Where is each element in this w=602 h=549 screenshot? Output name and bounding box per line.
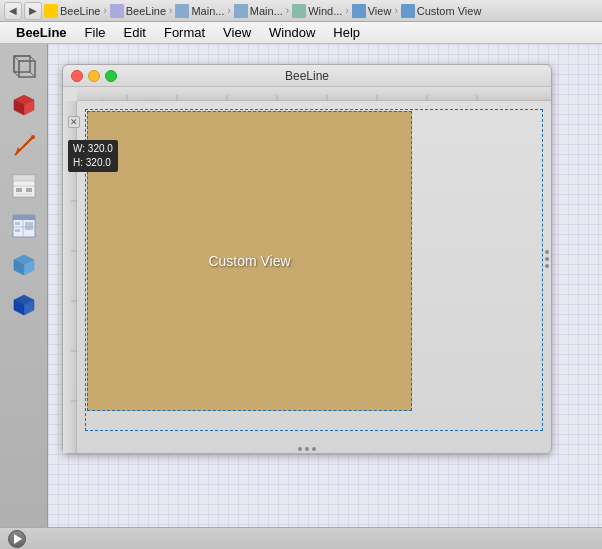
breadcrumb-label-custom: Custom View	[417, 5, 482, 17]
box-3d-tool[interactable]	[6, 88, 42, 124]
bottom-bar	[0, 527, 602, 549]
file-icon-1	[110, 4, 124, 18]
breadcrumb-item-beeline2[interactable]: BeeLine	[110, 4, 166, 18]
window-icon	[292, 4, 306, 18]
breadcrumb-item-custom[interactable]: Custom View	[401, 4, 482, 18]
breadcrumb-sep-3: ›	[227, 5, 230, 16]
svg-rect-24	[13, 215, 35, 220]
play-icon	[14, 534, 22, 544]
breadcrumb-sep-4: ›	[286, 5, 289, 16]
ruler-horizontal	[77, 87, 551, 101]
svg-rect-20	[16, 188, 22, 192]
breadcrumb-sep-6: ›	[394, 5, 397, 16]
menu-format[interactable]: Format	[156, 23, 213, 42]
left-sidebar	[0, 44, 48, 527]
size-badge: W: 320.0 H: 320.0	[68, 140, 118, 172]
layout-tool[interactable]	[6, 208, 42, 244]
canvas-close-button[interactable]: ✕	[68, 116, 80, 128]
custom-view-icon	[401, 4, 415, 18]
breadcrumb-item-main1[interactable]: Main...	[175, 4, 224, 18]
cube-dark-tool[interactable]	[6, 288, 42, 324]
custom-view-label: Custom View	[208, 253, 290, 269]
breadcrumb: BeeLine › BeeLine › Main... › Main... › …	[44, 4, 481, 18]
svg-rect-18	[13, 175, 35, 181]
svg-rect-28	[15, 229, 20, 232]
menu-file[interactable]: File	[77, 23, 114, 42]
breadcrumb-label-beeline2: BeeLine	[126, 5, 166, 17]
breadcrumb-item-beeline1[interactable]: BeeLine	[44, 4, 100, 18]
breadcrumb-label-main1: Main...	[191, 5, 224, 17]
grid-icon-1	[175, 4, 189, 18]
play-button[interactable]	[8, 530, 26, 548]
template-tool[interactable]	[6, 168, 42, 204]
window-maximize-button[interactable]	[105, 70, 117, 82]
window-frame: BeeLine	[62, 64, 552, 454]
main-area: BeeLine	[0, 44, 602, 527]
svg-point-16	[31, 135, 35, 139]
window-title-bar: BeeLine	[63, 65, 551, 87]
top-toolbar: ◀ ▶ BeeLine › BeeLine › Main... › Main..…	[0, 0, 602, 22]
nav-back-button[interactable]: ◀	[4, 2, 22, 20]
view-icon	[352, 4, 366, 18]
breadcrumb-label-main2: Main...	[250, 5, 283, 17]
canvas-content[interactable]: Custom View	[77, 101, 551, 439]
menu-window[interactable]: Window	[261, 23, 323, 42]
svg-rect-29	[25, 222, 33, 230]
custom-view-element[interactable]: Custom View	[87, 111, 412, 411]
window-title: BeeLine	[285, 69, 329, 83]
breadcrumb-sep-1: ›	[103, 5, 106, 16]
beeline-icon	[44, 4, 58, 18]
window-close-button[interactable]	[71, 70, 83, 82]
breadcrumb-label-beeline1: BeeLine	[60, 5, 100, 17]
select-3d-tool[interactable]	[6, 48, 42, 84]
menu-bar: BeeLine File Edit Format View Window Hel…	[0, 22, 602, 44]
grid-icon-2	[234, 4, 248, 18]
size-height: H: 320.0	[73, 156, 113, 170]
breadcrumb-sep-2: ›	[169, 5, 172, 16]
menu-beeline[interactable]: BeeLine	[8, 23, 75, 42]
svg-rect-27	[15, 222, 20, 225]
menu-view[interactable]: View	[215, 23, 259, 42]
scroll-dots-vertical	[545, 250, 549, 268]
breadcrumb-label-view: View	[368, 5, 392, 17]
breadcrumb-item-view[interactable]: View	[352, 4, 392, 18]
menu-edit[interactable]: Edit	[116, 23, 154, 42]
window-controls	[71, 70, 117, 82]
breadcrumb-item-wind[interactable]: Wind...	[292, 4, 342, 18]
svg-rect-21	[26, 188, 32, 192]
menu-help[interactable]: Help	[325, 23, 368, 42]
nav-forward-button[interactable]: ▶	[24, 2, 42, 20]
breadcrumb-sep-5: ›	[345, 5, 348, 16]
arrow-tool[interactable]	[6, 128, 42, 164]
size-width: W: 320.0	[73, 142, 113, 156]
cube-blue-tool[interactable]	[6, 248, 42, 284]
canvas-area[interactable]: BeeLine	[48, 44, 602, 527]
breadcrumb-item-main2[interactable]: Main...	[234, 4, 283, 18]
window-minimize-button[interactable]	[88, 70, 100, 82]
breadcrumb-label-wind: Wind...	[308, 5, 342, 17]
scroll-dots-horizontal	[298, 447, 316, 451]
